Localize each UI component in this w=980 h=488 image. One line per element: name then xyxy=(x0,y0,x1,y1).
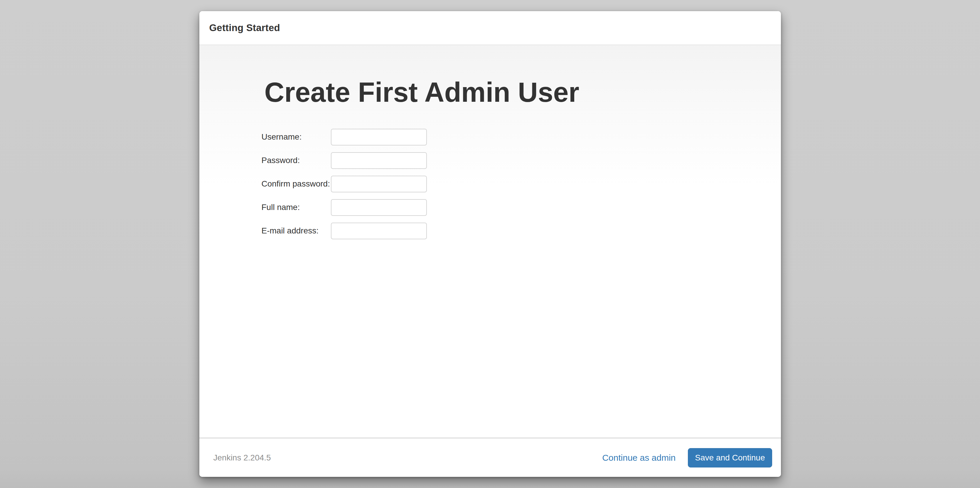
username-label: Username: xyxy=(262,132,331,142)
username-input[interactable] xyxy=(331,129,427,146)
confirm-password-input[interactable] xyxy=(331,176,427,192)
form-row-confirm-password: Confirm password: xyxy=(262,176,763,192)
jenkins-version-label: Jenkins 2.204.5 xyxy=(213,453,271,463)
setup-wizard-dialog: Getting Started Create First Admin User … xyxy=(199,11,781,477)
form-row-username: Username: xyxy=(262,129,763,146)
save-and-continue-button[interactable]: Save and Continue xyxy=(688,448,772,467)
dialog-title: Getting Started xyxy=(209,22,280,33)
dialog-body: Create First Admin User Username: Passwo… xyxy=(199,45,781,437)
dialog-footer: Jenkins 2.204.5 Continue as admin Save a… xyxy=(199,437,781,477)
dialog-header: Getting Started xyxy=(199,11,781,45)
confirm-password-label: Confirm password: xyxy=(262,179,331,189)
email-label: E-mail address: xyxy=(262,226,331,236)
page-title: Create First Admin User xyxy=(264,78,763,107)
form-row-password: Password: xyxy=(262,152,763,169)
full-name-label: Full name: xyxy=(262,203,331,212)
continue-as-admin-link[interactable]: Continue as admin xyxy=(602,453,676,463)
full-name-input[interactable] xyxy=(331,199,427,216)
password-input[interactable] xyxy=(331,152,427,169)
password-label: Password: xyxy=(262,156,331,165)
admin-user-form: Username: Password: Confirm password: Fu… xyxy=(262,129,763,239)
form-row-full-name: Full name: xyxy=(262,199,763,216)
form-row-email: E-mail address: xyxy=(262,223,763,239)
email-input[interactable] xyxy=(331,223,427,239)
